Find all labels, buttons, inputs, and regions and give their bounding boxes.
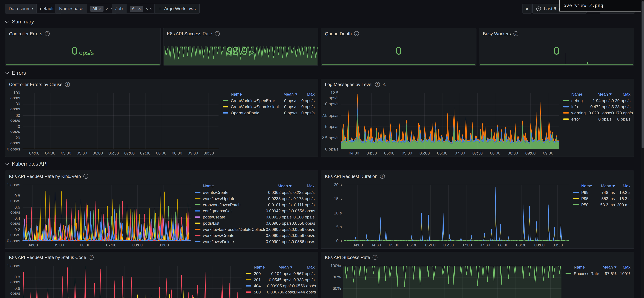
info-icon[interactable]: i	[375, 82, 380, 87]
x-axis-label: 04:00	[24, 243, 42, 248]
legend-row-201[interactable]: 2010.0545 ops/s0.333 ops/s	[246, 277, 314, 283]
section-summary-toggle[interactable]: Summary	[5, 18, 34, 25]
clear-icon[interactable]: ×	[106, 6, 108, 11]
remove-icon[interactable]: ×	[99, 6, 102, 11]
legend-row-events/Create[interactable]: events/Create0.0362 ops/s0.222 ops/s	[195, 189, 315, 195]
legend-sort-mean[interactable]: Mean	[278, 92, 298, 96]
remove-icon[interactable]: ×	[138, 6, 141, 11]
panel-header[interactable]: K8s API Success Rate i	[163, 28, 318, 39]
info-icon[interactable]: i	[354, 31, 359, 36]
collapse-timepicker-button[interactable]: «	[522, 4, 532, 13]
legend-row-CronWorkflowSpecError[interactable]: CronWorkflowSpecError0 ops/s0 ops/s	[222, 98, 314, 104]
info-icon[interactable]: i	[88, 255, 94, 260]
series-color-swatch	[246, 292, 251, 293]
legend-sort-name[interactable]: Name	[581, 183, 597, 188]
series-color-swatch	[222, 112, 228, 114]
panel-header[interactable]: K8s API Request Duration i	[321, 171, 634, 182]
legend-row-configmaps/Get[interactable]: configmaps/Get0.00942 ops/s0.0556 ops/s	[195, 208, 315, 214]
legend-sort-mean[interactable]: Mean	[597, 183, 615, 188]
argo-workflows-button[interactable]: ≡ Argo Workflows	[154, 4, 200, 13]
panel-header[interactable]: K8s API Request Rate by Status Code i	[5, 252, 318, 263]
legend-sort-name[interactable]: Name	[254, 265, 267, 269]
legend-row-Success Rate[interactable]: Success Rate97.6%100%	[566, 271, 630, 277]
panel-log-messages-by-level: Log Messages by Level i ⚠ 12.5 ops/s10 o…	[321, 79, 634, 157]
legend-row-P99[interactable]: P99748 ms19.2 s	[573, 189, 630, 195]
job-filter[interactable]: Job All× ×	[112, 4, 156, 13]
legend-row-workflows/Update[interactable]: workflows/Update0.0235 ops/s0.178 ops/s	[195, 195, 315, 202]
legend-row-warning[interactable]: warning0.0201 ops/s0.178 ops/s	[563, 110, 630, 116]
legend-sort-max[interactable]: Max	[292, 183, 314, 188]
legend-row-workflowtaskresults/DeleteCollection[interactable]: workflowtaskresults/DeleteCollection0.00…	[195, 226, 315, 233]
legend-row-workflows/Create[interactable]: workflows/Create0.00905 ops/s0.0556 ops/…	[195, 232, 315, 239]
scrollbar-thumb[interactable]	[642, 1, 644, 148]
info-icon[interactable]: i	[214, 31, 220, 36]
section-errors-toggle[interactable]: Errors	[5, 70, 26, 76]
panel-header[interactable]: Queue Depth i	[321, 28, 476, 39]
panel-header[interactable]: Controller Errors i	[5, 28, 160, 39]
legend-row-pods/List[interactable]: pods/List0.00905 ops/s0.0556 ops/s	[195, 220, 315, 226]
series-color-swatch	[563, 119, 569, 120]
series-color-swatch	[195, 223, 200, 224]
stat-panel-controller-errors: Controller Errors i 0 ops/s	[5, 28, 160, 65]
legend-row-CronWorkflowSubmissionError[interactable]: CronWorkflowSubmissionError0 ops/s0 ops/…	[222, 104, 314, 110]
legend-row-200[interactable]: 2000.104 ops/s0.567 ops/s	[246, 271, 314, 277]
legend-row-OperationPanic[interactable]: OperationPanic0 ops/s0 ops/s	[222, 110, 314, 116]
legend-sort-max[interactable]: Max	[615, 183, 630, 188]
x-axis-label: 04:30	[367, 243, 385, 248]
legend-row-404[interactable]: 4040.00905 ops/s0.0556 ops/s	[246, 283, 314, 289]
namespace-chip[interactable]: All×	[90, 5, 104, 12]
legend-row-pods/Create[interactable]: pods/Create0.00923 ops/s0.100 ops/s	[195, 214, 315, 220]
legend-sort-name[interactable]: Name	[571, 92, 589, 96]
y-axis-label: 0.2 ops/s	[5, 227, 20, 237]
job-value[interactable]: All× ×	[126, 4, 156, 13]
legend-row-cronworkflows/Patch[interactable]: cronworkflows/Patch0.0181 ops/s0.111 ops…	[195, 202, 315, 208]
info-icon[interactable]: i	[380, 174, 385, 179]
info-icon[interactable]: i	[372, 255, 378, 260]
legend-row-workflows/Delete[interactable]: workflows/Delete0.00902 ops/s0.0556 ops/…	[195, 239, 315, 245]
y-axis-label: 20 s	[321, 182, 342, 187]
legend-sort-mean[interactable]: Mean	[589, 92, 612, 96]
data-source-picker[interactable]: Data source default	[5, 4, 62, 13]
info-icon[interactable]: i	[83, 174, 88, 179]
sort-caret-icon	[609, 93, 612, 95]
info-icon[interactable]: i	[513, 31, 518, 36]
legend-sort-name[interactable]: Name	[203, 183, 266, 188]
page-scrollbar[interactable]	[641, 0, 644, 298]
section-kubernetes-toggle[interactable]: Kubernetes API	[5, 161, 48, 167]
legend-sort-max[interactable]: Max	[298, 92, 315, 96]
namespace-filter[interactable]: Namespace All× ×	[56, 4, 117, 13]
job-chip[interactable]: All×	[130, 5, 143, 12]
x-axis-label: 07:30	[476, 243, 494, 248]
legend-row-500[interactable]: 5000.000786 ops/s0.0444 ops/s	[246, 289, 314, 295]
panel-header[interactable]: Controller Errors by Cause i	[5, 79, 318, 90]
legend-sort-mean[interactable]: Mean	[600, 265, 616, 269]
legend-sort-name[interactable]: Name	[574, 265, 600, 269]
argo-workflows-label: Argo Workflows	[164, 6, 196, 11]
legend: NameMeanMaxdebug1.94 ops/s9.29 ops/sinfo…	[563, 91, 630, 122]
legend-row-error[interactable]: error0 ops/s0 ops/s	[563, 116, 630, 122]
legend-sort-mean[interactable]: Mean	[267, 265, 292, 269]
legend-row-debug[interactable]: debug1.94 ops/s9.29 ops/s	[563, 98, 630, 104]
panel-header[interactable]: Busy Workers i	[479, 28, 634, 39]
section-title: Errors	[12, 70, 26, 76]
panel-header[interactable]: Log Messages by Level i ⚠	[321, 79, 634, 90]
legend-sort-mean[interactable]: Mean	[266, 183, 292, 188]
legend-sort-max[interactable]: Max	[612, 92, 630, 96]
clear-icon[interactable]: ×	[145, 6, 148, 11]
y-axis-label: 80%	[321, 275, 341, 280]
legend-row-info[interactable]: info0.472 ops/s3.28 ops/s	[563, 104, 630, 110]
panel-title: K8s API Success Rate	[325, 255, 370, 260]
panel-header[interactable]: K8s API Success Rate i	[321, 252, 634, 263]
panel-header[interactable]: K8s API Request Rate by Kind/Verb i	[5, 171, 318, 182]
legend-row-P95[interactable]: P95553 ms16.3 s	[573, 195, 630, 202]
legend-sort-max[interactable]: Max	[292, 265, 314, 269]
info-icon[interactable]: i	[44, 31, 50, 36]
x-axis-label: 05:00	[50, 243, 68, 248]
info-icon[interactable]: i	[65, 82, 70, 87]
legend-row-P50[interactable]: P5053.3 ms200 ms	[573, 202, 630, 208]
legend-header: NameMeanMax	[246, 264, 314, 270]
x-axis-label: 06:00	[89, 151, 107, 156]
legend-sort-max[interactable]: Max	[616, 265, 630, 269]
warning-icon[interactable]: ⚠	[382, 82, 386, 87]
legend-sort-name[interactable]: Name	[231, 92, 278, 96]
